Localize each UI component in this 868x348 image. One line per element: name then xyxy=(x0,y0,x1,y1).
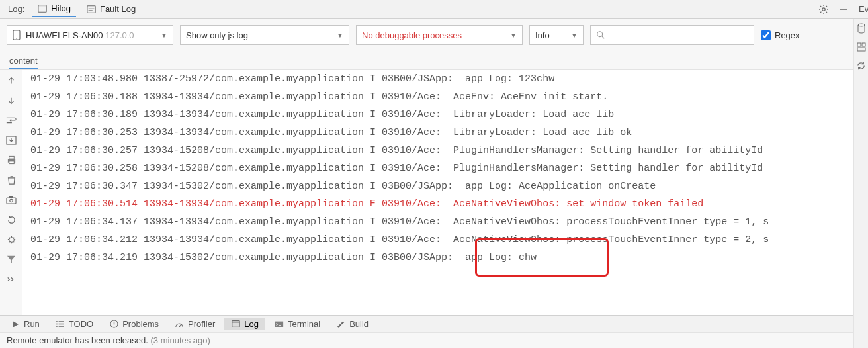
svg-point-26 xyxy=(858,24,865,26)
svg-rect-2 xyxy=(87,5,95,13)
print-button[interactable] xyxy=(5,153,18,167)
bottom-tab-terminal[interactable]: Terminal xyxy=(268,318,327,330)
print-icon xyxy=(7,155,17,165)
log-toolbar: HUAWEI ELS-AN00 127.0.0 ▼ Show only js l… xyxy=(0,19,868,52)
more-button[interactable] xyxy=(5,273,18,286)
layout-button[interactable] xyxy=(855,41,867,53)
log-line: 01-29 17:06:30.514 13934-13934/com.examp… xyxy=(30,198,703,210)
log-line: 01-29 17:06:30.258 13934-15208/com.examp… xyxy=(30,163,763,174)
process-selector[interactable]: No debuggable processes ▼ xyxy=(356,25,523,45)
tab-hilog[interactable]: Hilog xyxy=(32,1,76,17)
svg-rect-28 xyxy=(862,43,865,46)
soft-wrap-button[interactable] xyxy=(5,114,18,127)
search-field[interactable] xyxy=(590,25,754,45)
bottom-tab-run[interactable]: Run xyxy=(4,318,46,330)
filter-button[interactable] xyxy=(5,253,18,266)
device-selector[interactable]: HUAWEI ELS-AN00 127.0.0 ▼ xyxy=(7,25,173,45)
gear-icon xyxy=(818,4,829,15)
log-line: 01-29 17:06:30.188 13934-13934/com.examp… xyxy=(30,91,608,103)
regex-toggle[interactable]: Regex xyxy=(761,30,800,40)
process-selected: No debuggable processes xyxy=(362,30,462,40)
gauge-icon xyxy=(175,320,184,329)
scroll-end-icon xyxy=(6,136,17,145)
minimize-button[interactable] xyxy=(836,2,851,17)
screenshot-button[interactable] xyxy=(5,193,18,206)
chevron-down-icon: ▼ xyxy=(161,32,167,39)
log-content: 01-29 17:03:48.980 13387-25972/com.examp… xyxy=(22,70,868,286)
log-level-selector[interactable]: Info ▼ xyxy=(529,25,584,45)
log-header-row: Log: Hilog Fault Log Ev xyxy=(0,0,868,19)
next-button[interactable] xyxy=(5,94,18,107)
minimize-icon xyxy=(839,5,848,14)
svg-rect-25 xyxy=(275,321,283,327)
svg-point-18 xyxy=(9,237,14,242)
bottom-tab-log[interactable]: Log xyxy=(224,318,265,330)
svg-line-22 xyxy=(179,324,181,327)
regex-label: Regex xyxy=(775,30,800,40)
tab-faultlog[interactable]: Fault Log xyxy=(81,1,141,17)
svg-point-16 xyxy=(10,199,13,202)
level-selected: Info xyxy=(535,30,550,40)
database-button[interactable] xyxy=(855,22,867,34)
svg-point-8 xyxy=(16,38,17,39)
log-line: 01-29 17:06:34.212 13934-13934/com.examp… xyxy=(30,234,769,245)
bottom-tab-problems[interactable]: Problems xyxy=(103,318,165,330)
log-line: 01-29 17:06:30.257 13934-15208/com.examp… xyxy=(30,145,763,156)
chevron-down-icon: ▼ xyxy=(337,32,343,39)
log-line: 01-29 17:03:48.980 13387-25972/com.examp… xyxy=(30,73,554,85)
svg-rect-27 xyxy=(857,43,861,46)
sync-icon xyxy=(856,61,866,71)
restart-icon xyxy=(7,215,17,225)
phone-icon xyxy=(13,30,21,40)
svg-rect-0 xyxy=(38,5,46,12)
filter-icon xyxy=(7,255,16,264)
calendar-icon xyxy=(231,320,240,329)
clear-button[interactable] xyxy=(5,173,18,187)
svg-point-9 xyxy=(597,32,603,37)
right-dock-label: Ev xyxy=(856,4,868,14)
play-icon xyxy=(11,320,20,329)
svg-rect-15 xyxy=(7,198,16,204)
previous-button[interactable] xyxy=(5,74,18,87)
bottom-tab-bar: Run TODO Problems Profiler Log Terminal … xyxy=(0,315,868,332)
search-input[interactable] xyxy=(609,30,748,40)
tab-hilog-label: Hilog xyxy=(51,3,71,13)
bottom-tab-build[interactable]: Build xyxy=(329,318,375,330)
calendar-icon xyxy=(38,4,47,13)
tab-faultlog-label: Fault Log xyxy=(100,4,136,14)
svg-rect-23 xyxy=(232,321,239,327)
log-label: Log: xyxy=(5,4,27,14)
arrow-down-icon xyxy=(7,96,16,105)
svg-rect-14 xyxy=(9,161,14,164)
filter-selected: Show only js log xyxy=(186,30,248,40)
log-line: 01-29 17:06:34.137 13934-13934/com.examp… xyxy=(30,216,769,228)
sync-button[interactable] xyxy=(855,60,867,71)
svg-point-5 xyxy=(822,7,825,10)
status-time: (3 minutes ago) xyxy=(151,335,210,345)
svg-line-10 xyxy=(602,36,605,39)
log-gutter xyxy=(0,70,22,315)
status-bar: Remote emulator has been released. (3 mi… xyxy=(0,332,868,348)
log-line: 01-29 17:06:30.189 13934-13934/com.examp… xyxy=(30,109,614,120)
status-message: Remote emulator has been released. xyxy=(7,335,148,345)
svg-rect-29 xyxy=(857,48,865,51)
restart-button[interactable] xyxy=(5,213,18,226)
subtab-content[interactable]: content xyxy=(9,53,38,69)
regex-checkbox[interactable] xyxy=(761,30,771,40)
settings-button[interactable] xyxy=(816,2,831,17)
log-viewport[interactable]: 01-29 17:03:48.980 13387-25972/com.examp… xyxy=(22,70,868,315)
wrap-icon xyxy=(6,116,17,125)
debug-settings-button[interactable] xyxy=(5,233,18,246)
bottom-tab-profiler[interactable]: Profiler xyxy=(168,318,222,330)
log-line: 01-29 17:06:34.219 13934-15302/com.examp… xyxy=(30,252,537,263)
bottom-tab-todo[interactable]: TODO xyxy=(49,318,100,330)
svg-rect-17 xyxy=(9,196,13,198)
log-type-filter[interactable]: Show only js log ▼ xyxy=(180,25,349,45)
chevron-down-icon: ▼ xyxy=(571,32,578,39)
log-line: 01-29 17:06:30.347 13934-15302/com.examp… xyxy=(30,181,656,192)
bug-gear-icon xyxy=(7,235,17,245)
database-icon xyxy=(857,23,866,34)
device-name: HUAWEI ELS-AN00 xyxy=(26,30,103,40)
scroll-to-end-button[interactable] xyxy=(5,134,18,147)
highlight-box xyxy=(475,238,609,277)
